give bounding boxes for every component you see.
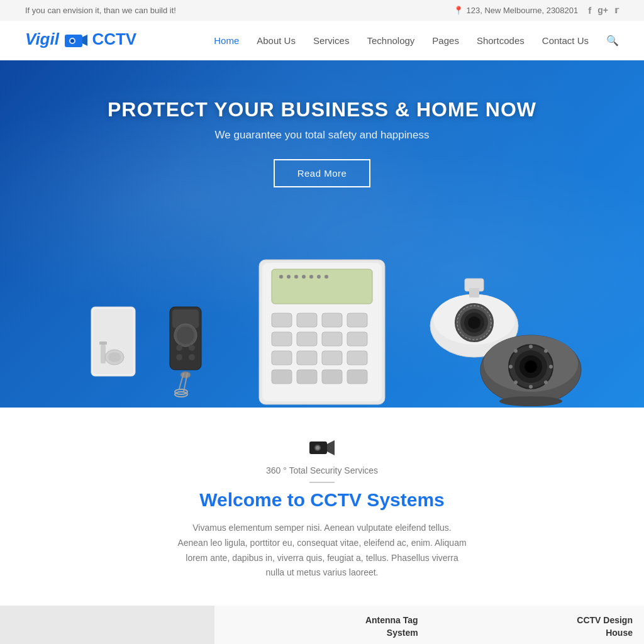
svg-point-9 <box>108 352 121 362</box>
svg-rect-39 <box>322 332 342 346</box>
svg-rect-48 <box>347 370 367 384</box>
nav: Home About Us Services Technology Pages … <box>214 35 619 47</box>
svg-point-67 <box>529 385 533 389</box>
svg-rect-34 <box>297 313 317 327</box>
topbar-address: 📍 123, New Melbourne, 2308201 <box>453 6 578 15</box>
about-camera-icon <box>25 439 619 459</box>
nav-pages[interactable]: Pages <box>432 35 459 46</box>
svg-point-68 <box>514 349 518 353</box>
svg-rect-33 <box>272 313 292 327</box>
card-cameras-bg <box>0 606 214 644</box>
svg-point-30 <box>309 275 313 279</box>
logo: Vigil CCTV <box>25 28 136 52</box>
logo-vigil: Vigil <box>25 30 64 48</box>
about-divider <box>309 482 335 483</box>
dome-camera-dark-product <box>474 307 587 408</box>
svg-point-64 <box>509 365 513 369</box>
svg-point-17 <box>189 354 195 360</box>
svg-rect-47 <box>322 370 342 384</box>
card-cameras: Our Concern is 360 ° Security Cameras Ca… <box>0 606 214 644</box>
topbar: If you can envision it, than we can buil… <box>0 0 644 21</box>
svg-point-72 <box>499 396 562 406</box>
card-antenna-product-title: Antenna TagSystem <box>365 614 418 639</box>
svg-point-71 <box>544 380 548 384</box>
card-cctv-product-title: CCTV DesignHouse <box>577 614 633 639</box>
nav-contact[interactable]: Contact Us <box>542 35 589 46</box>
about-body: Vivamus elementum semper nisi. Aenean vu… <box>177 521 467 580</box>
svg-rect-44 <box>347 351 367 365</box>
svg-rect-43 <box>322 351 342 365</box>
topbar-right: 📍 123, New Melbourne, 2308201 f g+ 𝕣 <box>453 5 619 16</box>
svg-point-32 <box>325 275 328 279</box>
cards-section: Our Concern is 360 ° Security Cameras Ca… <box>0 606 644 644</box>
svg-rect-38 <box>297 332 317 346</box>
nav-about[interactable]: About Us <box>257 35 296 46</box>
google-plus-icon[interactable]: g+ <box>597 5 608 16</box>
svg-point-26 <box>279 275 283 279</box>
svg-rect-36 <box>347 313 367 327</box>
hero-title: PROTECT YOUR BUSINESS & HOME NOW <box>108 98 536 121</box>
svg-point-3 <box>70 39 74 43</box>
topbar-tagline: If you can envision it, than we can buil… <box>25 6 176 15</box>
about-subtitle: 360 ° Total Security Services <box>25 465 619 475</box>
svg-rect-40 <box>347 332 367 346</box>
svg-marker-1 <box>82 35 87 46</box>
svg-rect-45 <box>272 370 292 384</box>
svg-rect-7 <box>99 341 107 345</box>
social-icons: f g+ 𝕣 <box>588 5 619 16</box>
svg-point-28 <box>294 275 298 279</box>
logo-cctv: CCTV <box>92 30 136 48</box>
read-more-button[interactable]: Read More <box>274 159 371 187</box>
nav-shortcodes[interactable]: Shortcodes <box>477 35 525 46</box>
about-title: Welcome to CCTV Systems <box>25 489 619 511</box>
svg-rect-25 <box>272 269 372 304</box>
svg-point-69 <box>544 349 548 353</box>
svg-point-27 <box>287 275 291 279</box>
svg-point-15 <box>189 345 195 351</box>
header: Vigil CCTV Home About Us Services Techno… <box>0 21 644 60</box>
alarm-keypad-product <box>256 257 388 408</box>
svg-point-65 <box>549 365 553 369</box>
svg-point-31 <box>317 275 321 279</box>
nav-technology[interactable]: Technology <box>367 35 414 46</box>
nav-home[interactable]: Home <box>214 35 239 46</box>
logo-text: Vigil CCTV <box>25 28 136 52</box>
svg-point-63 <box>525 360 537 373</box>
card-antenna: Antenna TagSystem CG Camera <box>214 606 429 644</box>
address-text: 123, New Melbourne, 2308201 <box>466 6 578 15</box>
hero-section: PROTECT YOUR BUSINESS & HOME NOW We guar… <box>0 60 644 408</box>
svg-marker-74 <box>327 440 335 455</box>
svg-rect-41 <box>272 351 292 365</box>
hero-products <box>0 206 644 408</box>
about-section: 360 ° Total Security Services Welcome to… <box>0 408 644 606</box>
location-icon: 📍 <box>453 6 464 15</box>
search-icon[interactable]: 🔍 <box>606 35 619 47</box>
svg-point-16 <box>176 354 182 360</box>
svg-point-76 <box>316 446 319 450</box>
svg-point-29 <box>302 275 306 279</box>
card-cctv-design: CCTV DesignHouse <box>430 606 644 644</box>
nav-services[interactable]: Services <box>313 35 350 46</box>
twitter-icon[interactable]: 𝕣 <box>614 5 619 16</box>
svg-point-66 <box>529 345 533 348</box>
facebook-icon[interactable]: f <box>588 5 591 16</box>
svg-point-70 <box>514 380 518 384</box>
svg-rect-6 <box>101 345 106 364</box>
svg-rect-57 <box>469 288 479 297</box>
logo-camera-icon <box>64 28 87 52</box>
svg-rect-42 <box>297 351 317 365</box>
svg-rect-37 <box>272 332 292 346</box>
motion-sensor-product <box>82 294 164 408</box>
svg-rect-46 <box>297 370 317 384</box>
hero-subtitle: We guarantee you total safety and happin… <box>215 129 430 142</box>
svg-rect-35 <box>322 313 342 327</box>
remote-control-product <box>157 301 214 408</box>
svg-point-13 <box>177 326 194 344</box>
svg-point-14 <box>176 345 182 351</box>
